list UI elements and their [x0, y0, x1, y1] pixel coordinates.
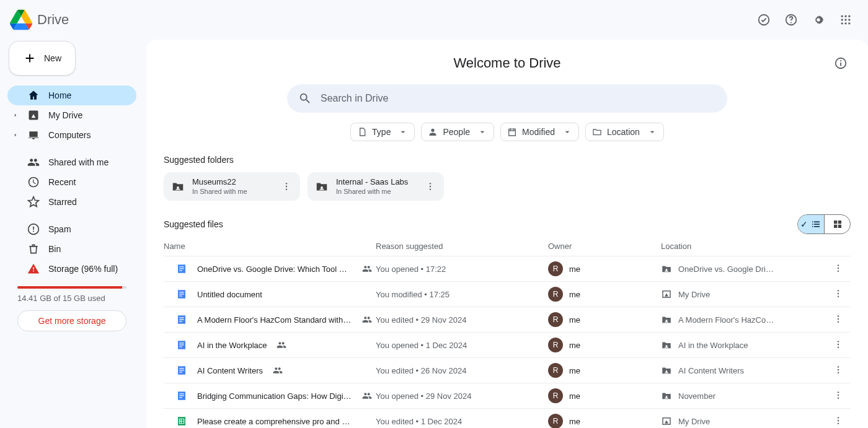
chevron-down-icon [477, 127, 487, 137]
table-header: Name Reason suggested Owner Location [164, 234, 851, 256]
owner-avatar: R [548, 338, 563, 352]
folder-more-button[interactable] [422, 178, 439, 195]
chip-label: People [443, 127, 470, 137]
file-location: November [678, 391, 715, 401]
row-more-icon[interactable] [833, 365, 843, 375]
storage-icon [27, 263, 40, 275]
shared-folder-icon [171, 180, 185, 193]
owner-avatar: R [548, 388, 563, 403]
storage-bar [17, 286, 126, 289]
owner-label: me [569, 417, 580, 426]
file-row[interactable]: AI in the Workplace You opened • 1 Dec 2… [164, 333, 851, 358]
offline-icon[interactable] [751, 7, 776, 32]
nav-item-computers[interactable]: Computers [7, 125, 136, 145]
apps-icon[interactable] [833, 7, 858, 32]
row-more-icon[interactable] [833, 339, 843, 349]
folder-card[interactable]: Museums22 In Shared with me [164, 172, 300, 201]
row-more-icon[interactable] [833, 289, 843, 299]
logo[interactable]: Drive [10, 9, 69, 31]
grid-view-button[interactable] [824, 215, 850, 234]
list-view-button[interactable] [798, 215, 824, 234]
file-title: Bridging Communication Gaps: How Digital… [197, 391, 352, 401]
col-owner: Owner [548, 242, 661, 251]
nav-item-mydrive[interactable]: My Drive [7, 105, 136, 125]
file-location: A Modern Floor's HazCo… [678, 315, 774, 325]
folder-name: Internal - Saas Labs [336, 178, 408, 186]
topbar: Drive [0, 0, 868, 40]
nav-label: Starred [48, 197, 77, 207]
file-title: Please create a comprehensive pro and co… [197, 417, 352, 426]
folder-name: Museums22 [192, 178, 247, 186]
folder-card[interactable]: Internal - Saas Labs In Shared with me [308, 172, 444, 201]
owner-label: me [569, 264, 580, 274]
file-reason: You edited • 1 Dec 2024 [376, 417, 462, 426]
file-reason: You opened • 1 Dec 2024 [376, 341, 467, 350]
nav-item-storage[interactable]: Storage (96% full) [7, 259, 136, 279]
owner-avatar: R [548, 363, 563, 378]
file-row[interactable]: A Modern Floor's HazCom Standard with Di… [164, 307, 851, 333]
search-input[interactable] [321, 93, 716, 104]
shared-icon [27, 156, 40, 168]
row-more-icon[interactable] [833, 314, 843, 324]
shared-icon [362, 391, 372, 401]
row-more-icon[interactable] [833, 390, 843, 400]
nav-item-recent[interactable]: Recent [7, 172, 136, 192]
owner-label: me [569, 366, 580, 375]
file-reason: You modified • 17:25 [376, 290, 450, 299]
nav-item-spam[interactable]: Spam [7, 219, 136, 239]
col-reason: Reason suggested [376, 242, 548, 251]
row-more-icon[interactable] [833, 416, 843, 426]
row-more-icon[interactable] [833, 263, 843, 273]
sheet-icon [176, 416, 187, 427]
nav-item-star[interactable]: Starred [7, 192, 136, 212]
file-icon [357, 127, 367, 137]
doc-icon [176, 263, 187, 274]
nav-item-bin[interactable]: Bin [7, 239, 136, 259]
recent-icon [27, 176, 40, 188]
file-row[interactable]: OneDrive vs. Google Drive: Which Tool En… [164, 256, 851, 282]
nav-label: Shared with me [48, 157, 108, 167]
chevron-down-icon [647, 127, 657, 137]
filter-chip-file[interactable]: Type [350, 123, 415, 141]
info-icon[interactable] [831, 53, 851, 73]
folder-sub: In Shared with me [192, 188, 247, 195]
folder-more-button[interactable] [278, 178, 295, 195]
file-title: OneDrive vs. Google Drive: Which Tool En… [197, 264, 352, 274]
file-row[interactable]: Untitled document You modified • 17:25 R… [164, 282, 851, 307]
file-reason: You edited • 26 Nov 2024 [376, 366, 466, 375]
nav-label: Storage (96% full) [48, 264, 118, 274]
page-title: Welcome to Drive [453, 55, 560, 71]
file-reason: You edited • 29 Nov 2024 [376, 315, 466, 325]
filter-chip-folder[interactable]: Location [585, 123, 664, 141]
file-row[interactable]: Bridging Communication Gaps: How Digital… [164, 383, 851, 409]
product-name: Drive [37, 12, 69, 28]
filter-chip-person[interactable]: People [421, 123, 494, 141]
nav-label: Spam [48, 224, 71, 234]
file-location: My Drive [678, 417, 710, 426]
chip-label: Location [607, 127, 640, 137]
storage-usage-text: 14.41 GB of 15 GB used [17, 294, 136, 303]
location-icon [661, 365, 672, 376]
file-row[interactable]: AI Content Writers You edited • 26 Nov 2… [164, 358, 851, 383]
help-icon[interactable] [779, 7, 804, 32]
file-location: AI in the Workplace [678, 341, 748, 350]
chevron-down-icon [398, 127, 408, 137]
doc-icon [176, 339, 187, 351]
location-icon [661, 390, 672, 401]
filter-chip-calendar[interactable]: Modified [500, 123, 579, 141]
get-more-storage-button[interactable]: Get more storage [17, 310, 126, 331]
chevron-right-icon [12, 132, 19, 138]
new-button[interactable]: New [9, 41, 76, 76]
shared-icon [273, 365, 283, 375]
nav-label: My Drive [48, 110, 82, 120]
owner-label: me [569, 315, 580, 325]
nav-label: Recent [48, 177, 76, 187]
file-row[interactable]: Please create a comprehensive pro and co… [164, 409, 851, 428]
nav-label: Home [48, 90, 71, 100]
nav-item-shared[interactable]: Shared with me [7, 152, 136, 172]
nav-item-home[interactable]: Home [7, 85, 136, 105]
search-bar[interactable] [287, 84, 727, 113]
new-button-label: New [44, 53, 61, 63]
sidebar: New Home My Drive Computers Shared with … [0, 40, 144, 428]
gear-icon[interactable] [806, 7, 831, 32]
